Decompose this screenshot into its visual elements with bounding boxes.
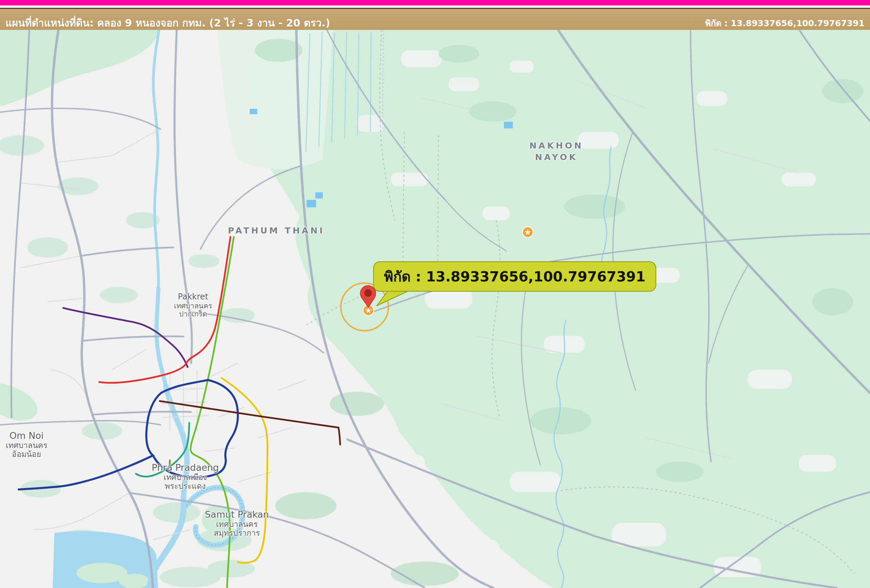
transit-line-olive: [169, 460, 170, 472]
map-viewport[interactable]: ★ ★ NAKHON NAYOK PATHUM THANI Pakkret เ: [0, 30, 870, 588]
page-title: แผนที่ตำแหน่งที่ดิน: คลอง 9 หนองจอก กทม.…: [6, 17, 330, 28]
magenta-top-bar: [0, 0, 870, 6]
star-glyph: ★: [524, 228, 532, 237]
header-coordinates: พิกัด : 13.89337656,100.79767391: [705, 18, 864, 28]
header: แผนที่ตำแหน่งที่ดิน: คลอง 9 หนองจอก กทม.…: [0, 9, 870, 30]
white-divider: [0, 6, 870, 8]
coordinate-callout: พิกัด : 13.89337656,100.79767391: [373, 261, 656, 292]
callout-text: พิกัด : 13.89337656,100.79767391: [384, 265, 645, 287]
map-canvas[interactable]: ★ ★: [0, 30, 870, 588]
page: แผนที่ตำแหน่งที่ดิน: คลอง 9 หนองจอก กทม.…: [0, 0, 870, 588]
star-poi-icon[interactable]: ★: [522, 226, 533, 238]
